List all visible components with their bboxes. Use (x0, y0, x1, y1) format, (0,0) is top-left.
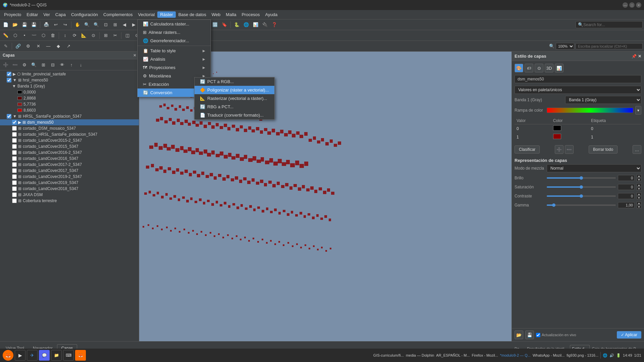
snap-config-btn[interactable]: ⚙ (24, 42, 33, 51)
color-swatch-val-1[interactable] (553, 134, 561, 139)
menu-proyecto[interactable]: Proyecto (1, 11, 24, 18)
snap-segment-btn[interactable]: — (44, 42, 53, 51)
brightness-down-btn[interactable]: ▼ (637, 178, 641, 181)
add-layer-btn[interactable]: ➕ (1, 60, 10, 69)
browser-btn[interactable]: 🌐 (242, 20, 251, 29)
help-btn[interactable]: ❓ (270, 20, 279, 29)
expand-all-btn[interactable]: ⊞ (39, 60, 48, 69)
layer-item-cortado-lc2015-2[interactable]: ⊞ cortado_LandCover2015-2_5347 (0, 137, 139, 143)
menu-base-datos[interactable]: Base de datos (176, 11, 209, 18)
layer-item-cortado-lc2019[interactable]: ⊞ cortado_LandCover2019_5347 (0, 180, 139, 186)
raster-georref-item[interactable]: 🌐 Georreferenciador... (138, 37, 211, 45)
layer-item-cortado-lc2018[interactable]: ⊞ cortado_LandCover2018_5347 (0, 186, 139, 192)
raster-analisis-item[interactable]: 📈 Análisis ▶ (138, 55, 211, 63)
menu-vectorial[interactable]: Vectorial (136, 11, 158, 18)
layer-down-btn[interactable]: ↓ (76, 60, 85, 69)
delete-selected-btn[interactable]: 🗑 (48, 31, 57, 40)
layer-item-cortado-lc2019-2[interactable]: ⊞ cortado_LandCover2019-2_5347 (0, 174, 139, 180)
new-project-btn[interactable]: 📄 (1, 20, 10, 29)
layer-checkbox-limite[interactable] (7, 72, 11, 76)
save-btn[interactable]: 💾 (20, 20, 29, 29)
layer-item-dsm-menos50[interactable]: ▶ ⊞ dsm_menos50 (0, 119, 139, 125)
layer-item-band1[interactable]: ▼ Banda 1 (Gray) (0, 83, 139, 89)
more-options-btn[interactable]: … (633, 145, 641, 154)
layer-checkbox-cortado-lc2019-2[interactable] (12, 174, 17, 179)
offset-curve-btn[interactable]: ◫ (123, 31, 132, 40)
layer-checkbox-cortado-lc2015-2[interactable] (12, 138, 17, 143)
live-update-label[interactable]: Actualización en vivo (536, 333, 576, 337)
move-feature-btn[interactable]: ↕ (61, 31, 69, 40)
gamma-value[interactable]: 1,00 (618, 202, 635, 208)
add-point-btn[interactable]: • (20, 31, 29, 40)
plugin-btn[interactable]: 🔌 (261, 20, 269, 29)
redo-btn[interactable]: ↪ (61, 20, 69, 29)
merge-btn[interactable]: ⊞ (101, 31, 110, 40)
saturation-down-btn[interactable]: ▼ (637, 187, 641, 190)
zoom-in-btn[interactable]: 🔍 (83, 20, 91, 29)
conversion-traducir-item[interactable]: 📄 Traducir (convertir formato)... (195, 111, 274, 119)
saturation-track[interactable] (547, 186, 616, 188)
live-update-checkbox[interactable] (536, 333, 540, 337)
color-ramp-preview[interactable] (547, 108, 633, 113)
menu-editar[interactable]: Editar (24, 11, 41, 18)
taskbar-discord-btn[interactable]: 💬 (39, 350, 50, 361)
maximize-button[interactable]: □ (629, 2, 635, 8)
contrast-track[interactable] (547, 195, 616, 197)
open-layer-properties-btn[interactable]: ⚙ (20, 60, 29, 69)
print-btn[interactable]: 🖨️ (42, 20, 51, 29)
minimize-button[interactable]: — (623, 2, 628, 8)
add-polygon-btn[interactable]: ⬡ (39, 31, 48, 40)
reshape-btn[interactable]: ⊙ (89, 31, 98, 40)
contrast-thumb[interactable] (580, 194, 583, 198)
spatial-bookmark-btn[interactable]: 🔖 (220, 20, 229, 29)
zoom-layer-btn[interactable]: ⊡ (101, 20, 110, 29)
layer-item-cortado-dsm[interactable]: ⊞ cortado_DSM_mosaico_5347 (0, 125, 139, 131)
digitize-btn2[interactable]: ✎ (1, 42, 10, 51)
gamma-down-btn[interactable]: ▼ (637, 205, 641, 208)
layer-checkbox-cortado-lc2017-2[interactable] (12, 162, 17, 167)
snap-intersection-btn[interactable]: ✕ (34, 42, 43, 51)
menu-malla[interactable]: Malla (223, 11, 239, 18)
load-style-btn[interactable]: 📂 (515, 330, 523, 339)
layer-item-cortado-lc2015[interactable]: ⊞ cortado_LandCover2015_5347 (0, 143, 139, 149)
layers-panel-close[interactable]: ✕ (133, 53, 136, 58)
locator-input[interactable] (576, 43, 643, 49)
taskbar-telegram-btn[interactable]: ✈ (27, 350, 38, 361)
layer-item-cobertura[interactable]: ⊞ Cobertura terrestre (0, 198, 139, 204)
layer-diagram-btn[interactable]: 📊 (251, 20, 260, 29)
brightness-track[interactable] (547, 177, 616, 179)
layer-item-jaxa[interactable]: ⊞ JAXA DSM (0, 192, 139, 198)
menu-complementos[interactable]: Complementos (101, 11, 135, 18)
open-btn[interactable]: 📂 (11, 20, 19, 29)
layer-item-hrsl[interactable]: ▼ ⊞ hrsl_menos50 (0, 77, 139, 83)
raster-calculadora-item[interactable]: 📊 Calculadora ráster... (138, 20, 211, 28)
table-row-0[interactable]: 0 0 (515, 124, 641, 133)
taskbar-vscode-btn[interactable]: ⌨ (63, 350, 74, 361)
layer-item-cortado-lc2017-2[interactable]: ⊞ cortado_LandCover2017-2_5347 (0, 162, 139, 168)
taskbar-terminal-btn[interactable]: ▶ (15, 350, 25, 361)
menu-configuracion[interactable]: Configuración (68, 11, 101, 18)
snap-follow-btn[interactable]: ↗ (64, 42, 73, 51)
add-value-btn[interactable]: ➕ (555, 145, 564, 154)
conversion-pct-rgb-item[interactable]: 🔄 PCT a RGB... (195, 77, 274, 86)
python-btn[interactable]: 🐍 (232, 20, 241, 29)
apply-btn[interactable]: ✓ Aplicar (617, 331, 641, 339)
collapse-all-btn[interactable]: ⊟ (48, 60, 57, 69)
digitize-btn[interactable]: ✏️ (1, 31, 10, 40)
gamma-track[interactable] (547, 204, 616, 206)
remove-layer-btn[interactable]: ➖ (11, 60, 19, 69)
saturation-value[interactable]: 0 (618, 184, 635, 190)
layer-checkbox-cortado-hrsl[interactable] (12, 132, 17, 137)
add-line-btn[interactable]: 〰 (30, 31, 38, 40)
conversion-rasterizar-item[interactable]: 📐 Rasterizar (vectorial a ráster)... (195, 94, 274, 103)
menu-procesos[interactable]: Procesos (239, 11, 262, 18)
style-panel-close-icon[interactable]: ✕ (638, 54, 641, 59)
remove-value-btn[interactable]: ➖ (565, 145, 574, 154)
saturation-up-btn[interactable]: ▲ (637, 183, 641, 187)
contrast-up-btn[interactable]: ▲ (637, 192, 641, 196)
search-input[interactable] (583, 22, 637, 27)
color-ramp-dropdown-btn[interactable]: ▼ (635, 106, 641, 115)
brightness-value[interactable]: 0 (618, 175, 635, 181)
layer-item-limite[interactable]: ▶ ⬡ limite_provincial_santafe (0, 71, 139, 77)
layer-checkbox-cortado-lc2018[interactable] (12, 186, 17, 191)
